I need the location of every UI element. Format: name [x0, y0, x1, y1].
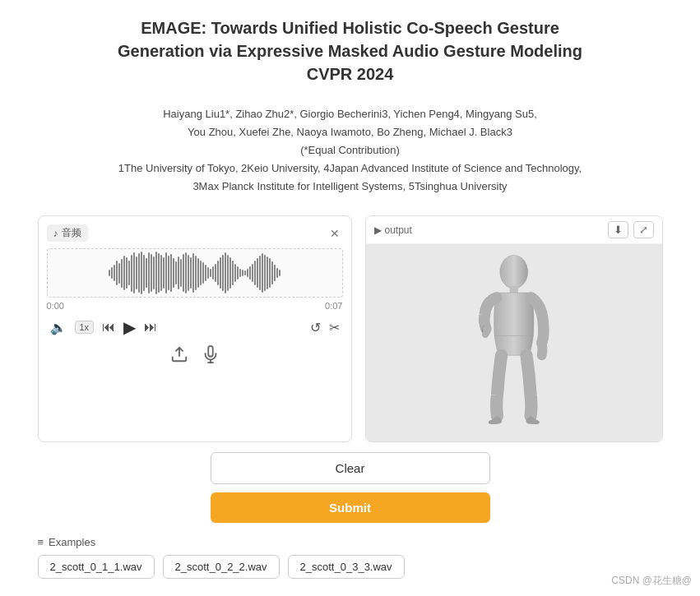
volume-button[interactable]: 🔈 — [50, 320, 67, 335]
examples-icon: ≡ — [38, 536, 44, 548]
scissors-button[interactable]: ✂ — [329, 320, 340, 335]
audio-close-button[interactable]: ✕ — [327, 225, 343, 242]
time-display: 0:00 0:07 — [47, 301, 343, 311]
output-icon: ▶ — [374, 224, 382, 236]
output-image — [366, 244, 662, 441]
output-header: ▶ output ⬇ ⤢ — [366, 216, 662, 244]
example-item-2[interactable]: 2_scott_0_2_2.wav — [163, 555, 280, 579]
examples-header: ≡ Examples — [38, 536, 663, 548]
watermark: CSDN @花生糖@ — [611, 574, 692, 588]
clear-button[interactable]: Clear — [211, 452, 490, 484]
mic-button[interactable] — [202, 345, 220, 367]
example-item-1[interactable]: 2_scott_0_1_1.wav — [38, 555, 155, 579]
output-panel: ▶ output ⬇ ⤢ — [365, 215, 663, 442]
figure-svg — [472, 252, 556, 433]
output-actions: ⬇ ⤢ — [608, 221, 654, 238]
output-label: ▶ output — [374, 224, 412, 236]
playback-controls: 🔈 1x ⏮ ▶ ⏭ ↺ ✂ — [47, 317, 343, 337]
reset-button[interactable]: ↺ — [310, 320, 321, 335]
submit-button[interactable]: Submit — [211, 492, 490, 523]
extra-controls — [47, 345, 343, 367]
audio-panel: ♪ 音频 ✕ — [38, 215, 352, 442]
time-start: 0:00 — [47, 301, 64, 311]
rewind-button[interactable]: ⏮ — [102, 320, 115, 335]
actions-section: Clear Submit — [38, 452, 663, 523]
svg-rect-4 — [509, 286, 517, 293]
speed-badge[interactable]: 1x — [75, 321, 95, 334]
time-end: 0:07 — [325, 301, 342, 311]
download-button[interactable]: ⬇ — [608, 221, 628, 238]
play-button[interactable]: ▶ — [123, 317, 136, 337]
example-item-3[interactable]: 2_scott_0_3_3.wav — [288, 555, 405, 579]
main-content: ♪ 音频 ✕ — [38, 215, 663, 442]
waveform-bars — [48, 249, 342, 297]
svg-point-3 — [500, 256, 528, 289]
waveform-display — [47, 248, 343, 298]
examples-list: 2_scott_0_1_1.wav 2_scott_0_2_2.wav 2_sc… — [38, 555, 663, 579]
examples-label: Examples — [49, 536, 95, 548]
share-button[interactable]: ⤢ — [633, 221, 654, 238]
page-title: EMAGE: Towards Unified Holistic Co-Speec… — [54, 16, 647, 85]
authors-block: Haiyang Liu1*, Zihao Zhu2*, Giorgio Bech… — [16, 105, 684, 196]
forward-button[interactable]: ⏭ — [144, 320, 157, 335]
audio-label: ♪ 音频 — [47, 224, 88, 242]
audio-panel-header: ♪ 音频 ✕ — [47, 224, 343, 242]
examples-section: ≡ Examples 2_scott_0_1_1.wav 2_scott_0_2… — [38, 536, 663, 579]
upload-button[interactable] — [170, 345, 188, 367]
music-icon: ♪ — [53, 228, 58, 239]
